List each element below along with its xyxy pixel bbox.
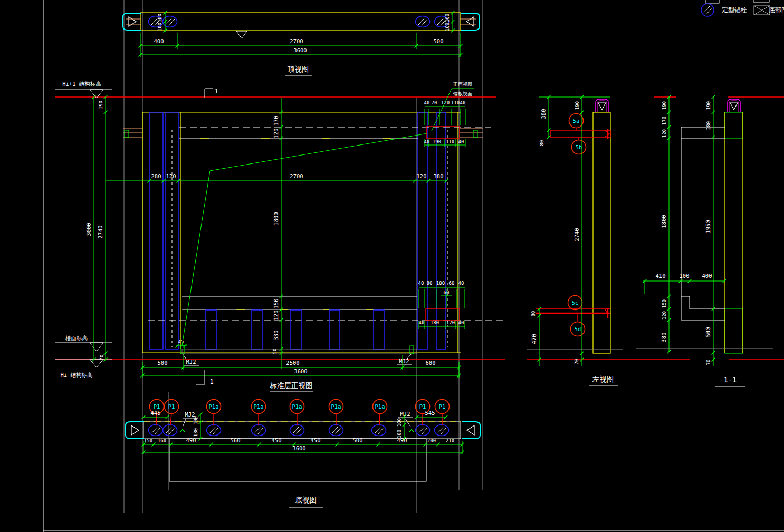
svg-text:190: 190: [433, 139, 441, 144]
svg-text:70: 70: [706, 360, 711, 365]
bottom-dim-row: 150 160 490 560 450 450 500 490 200 210 …: [142, 437, 464, 454]
svg-text:120: 120: [662, 311, 667, 320]
svg-text:2740: 2740: [97, 225, 103, 238]
svg-text:1: 1: [214, 88, 218, 95]
top-view-dim-100-right: 100 100: [445, 11, 455, 33]
construction-lines: [142, 127, 504, 353]
svg-text:3000: 3000: [85, 223, 92, 236]
bottom-view: P1 P1 P1a P1a P1a P1a P1a P1 P1 MJ2 100 …: [126, 400, 480, 508]
svg-text:330: 330: [273, 331, 279, 341]
note-line1: 正西视图: [453, 82, 472, 87]
bottom-view-title: 底视图: [295, 496, 317, 504]
left-ladder: [123, 113, 142, 353]
svg-text:100: 100: [157, 14, 162, 22]
svg-text:500: 500: [705, 327, 711, 337]
svg-text:3600: 3600: [294, 368, 307, 374]
front-view: Hi+1 结构标高 楼面标高 Hi 结构标高 3000 190 2740 70: [55, 81, 504, 392]
svg-text:110: 110: [451, 100, 460, 105]
level-mark-top: Hi+1 结构标高: [55, 81, 112, 98]
svg-text:P1: P1: [419, 403, 426, 410]
svg-text:40: 40: [460, 100, 466, 105]
base-columns: [182, 310, 417, 354]
svg-text:120: 120: [166, 173, 176, 179]
anchor-plate-top: 40 70 120 110 40 40 190 110 40: [424, 100, 466, 147]
svg-text:280: 280: [151, 173, 161, 179]
svg-text:100: 100: [445, 23, 450, 31]
svg-text:560: 560: [231, 437, 241, 443]
svg-text:P1a: P1a: [375, 403, 385, 410]
concrete-block-bottom: [725, 309, 743, 353]
left-view-dims: 380 80 190 2740 70 80 470: [531, 95, 610, 367]
level-triangle-icon: [90, 343, 103, 351]
svg-text:70: 70: [99, 355, 104, 361]
svg-text:470: 470: [531, 334, 537, 344]
svg-text:210: 210: [446, 438, 454, 443]
svg-text:170: 170: [273, 116, 279, 126]
column-cap-icon: [596, 99, 608, 112]
svg-text:5a: 5a: [573, 118, 580, 124]
svg-text:5c: 5c: [572, 299, 579, 306]
dim: 2700: [290, 38, 303, 44]
svg-text:40: 40: [458, 320, 464, 325]
right-end-cap-icon: [461, 13, 480, 30]
top-view: 100 100 100 100 400 2700 500 3600 顶视图: [123, 11, 480, 76]
svg-text:545: 545: [425, 410, 435, 416]
svg-text:120: 120: [446, 320, 455, 325]
svg-text:100: 100: [193, 416, 198, 424]
svg-text:450: 450: [272, 437, 282, 443]
svg-text:160: 160: [158, 438, 166, 443]
section-title: 1-1: [724, 375, 737, 384]
grid-lines: [124, 0, 483, 513]
section-1-1: 190 170 120 1800 150 120 380 190 280 195…: [636, 95, 773, 387]
svg-text:200: 200: [427, 438, 436, 443]
svg-text:120: 120: [417, 173, 427, 179]
svg-text:45: 45: [178, 339, 184, 344]
anchor-bolt-icon: [416, 16, 430, 27]
top-view-dim-100-left: 100 100: [157, 11, 167, 33]
svg-text:P1a: P1a: [331, 403, 341, 410]
mj2-label: MJ2: [399, 358, 409, 364]
section-mark-bottom: 1: [196, 370, 214, 385]
svg-text:100: 100: [436, 280, 445, 286]
svg-text:70: 70: [432, 100, 437, 105]
top-view-plate: [140, 13, 461, 31]
svg-text:150: 150: [273, 299, 279, 309]
svg-text:2700: 2700: [290, 173, 303, 179]
svg-text:100: 100: [445, 14, 450, 22]
svg-text:380: 380: [661, 333, 667, 343]
svg-text:P1: P1: [168, 403, 175, 410]
left-view: 5a 5b 5c 5d 380 80 190 2740 70 80 470 左视…: [527, 95, 623, 386]
svg-text:40: 40: [418, 280, 424, 286]
svg-text:P1: P1: [439, 403, 446, 410]
legend-item-anchor: 定型锚栓: [722, 6, 747, 14]
svg-text:600: 600: [426, 360, 436, 366]
level-mark-floor: 楼面标高: [55, 335, 112, 351]
svg-text:120: 120: [662, 129, 667, 138]
top-view-rib-hatch: [178, 14, 416, 30]
svg-text:60: 60: [444, 290, 450, 295]
svg-text:40: 40: [424, 100, 430, 105]
svg-text:1950: 1950: [705, 220, 711, 233]
bottom-mj2-left: MJ2 100 180: [180, 411, 203, 441]
front-view-title: 标准层正视图: [270, 381, 313, 390]
leader-polyline: [182, 133, 427, 345]
svg-text:40: 40: [419, 320, 425, 325]
svg-text:80: 80: [539, 140, 544, 146]
hatched-columns: [142, 112, 458, 353]
svg-text:100: 100: [157, 23, 162, 31]
section-mark-top: 1: [205, 88, 218, 98]
level-label-floor: 楼面标高: [65, 335, 88, 341]
svg-text:2500: 2500: [286, 360, 299, 366]
section-left-dims: 190 170 120 1800 150 120 380: [661, 95, 671, 354]
center-mark-icon: [236, 31, 247, 38]
svg-text:5b: 5b: [576, 144, 582, 150]
svg-text:150: 150: [144, 438, 152, 443]
svg-text:P1a: P1a: [292, 403, 302, 410]
svg-text:120: 120: [441, 100, 450, 105]
svg-text:P1a: P1a: [209, 403, 219, 410]
section-outline: [681, 127, 725, 320]
level-label-top: Hi+1 结构标高: [62, 81, 101, 87]
svg-text:410: 410: [656, 273, 666, 279]
top-view-dims: 400 2700 500 3600: [139, 33, 463, 57]
dim: 400: [154, 38, 164, 44]
